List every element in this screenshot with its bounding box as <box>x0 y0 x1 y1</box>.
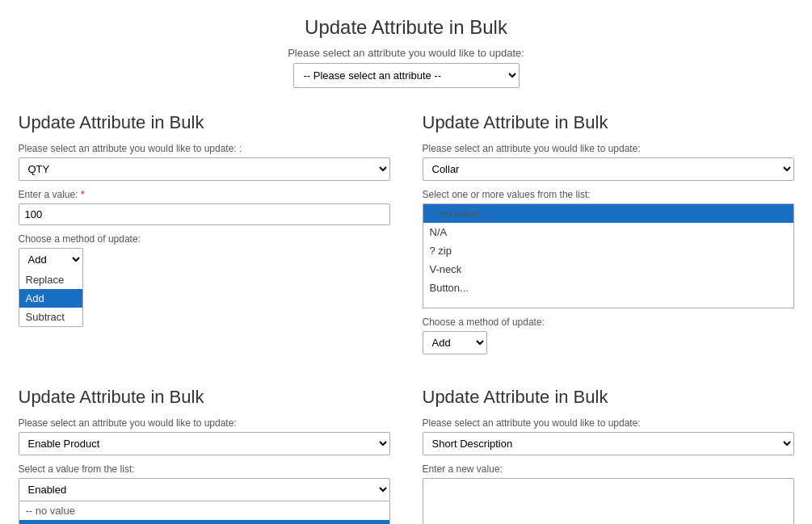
panel-enable-list-label: Select a value from the list: <box>19 463 390 475</box>
enable-list-enabled[interactable]: Enabled <box>19 520 389 524</box>
panel-qty-value-input[interactable] <box>19 203 390 225</box>
collar-list-button[interactable]: Button... <box>423 279 793 297</box>
panel-qty-attr-select[interactable]: QTY <box>19 157 390 181</box>
panel-short-desc-value-label: Enter a new value: <box>423 463 794 475</box>
panel-enable-title: Update Attribute in Bulk <box>19 387 390 408</box>
panel-collar-attr-select[interactable]: Collar <box>423 157 794 181</box>
panel-enable-attr-label: Please select an attribute you would lik… <box>19 417 390 429</box>
panel-short-desc: Update Attribute in Bulk Please select a… <box>423 387 794 524</box>
panel-qty-method-select[interactable]: Add <box>19 248 83 270</box>
collar-list-zip[interactable]: ? zip <box>423 241 793 260</box>
top-attr-label: Please select an attribute you would lik… <box>16 47 796 59</box>
panel-qty: Update Attribute in Bulk Please select a… <box>19 112 390 363</box>
method-option-replace[interactable]: Replace <box>19 270 82 289</box>
panel-enable-attr-select[interactable]: Enable Product <box>19 432 390 455</box>
collar-list-na[interactable]: N/A <box>423 223 793 241</box>
panel-qty-value-label: Enter a value: * <box>19 189 390 200</box>
panel-qty-title: Update Attribute in Bulk <box>19 112 390 133</box>
collar-list-vneck[interactable]: V-neck <box>423 260 793 279</box>
panel-collar-method-label: Choose a method of update: <box>423 316 794 328</box>
panels-grid: Update Attribute in Bulk Please select a… <box>19 112 794 524</box>
page-title: Update Attribute in Bulk <box>16 16 796 39</box>
panel-short-desc-title: Update Attribute in Bulk <box>423 387 794 408</box>
panel-short-desc-textarea[interactable] <box>423 478 794 524</box>
panel-qty-method-options: Replace Add Subtract <box>19 270 83 327</box>
panel-enable-visible-list[interactable]: -- no value Enabled Disabled <box>19 501 390 524</box>
panel-collar-multi-list[interactable]: -- no value N/A ? zip V-neck Button... <box>423 203 794 308</box>
panel-enable-value-select[interactable]: Enabled <box>19 478 390 501</box>
panel-collar: Update Attribute in Bulk Please select a… <box>423 112 794 363</box>
method-option-subtract[interactable]: Subtract <box>19 308 82 326</box>
panel-qty-attr-label: Please select an attribute you would lik… <box>19 143 390 154</box>
panel-collar-title: Update Attribute in Bulk <box>423 112 794 133</box>
panel-qty-method-dropdown: Add Replace Add Subtract <box>19 248 83 327</box>
panel-collar-attr-label: Please select an attribute you would lik… <box>423 143 794 154</box>
panel-enable-dropdown-container: Enabled -- no value Enabled Disabled <box>19 478 390 524</box>
panel-collar-list-label: Select one or more values from the list: <box>423 189 794 200</box>
enable-list-no-value[interactable]: -- no value <box>19 501 389 520</box>
panel-short-desc-attr-label: Please select an attribute you would lik… <box>423 417 794 429</box>
panel-collar-method-select[interactable]: Add <box>423 331 487 354</box>
top-attribute-select[interactable]: -- Please select an attribute -- <box>293 63 520 88</box>
method-option-add[interactable]: Add <box>19 289 82 308</box>
panel-enable: Update Attribute in Bulk Please select a… <box>19 387 390 524</box>
top-section: Update Attribute in Bulk Please select a… <box>16 16 796 88</box>
panel-qty-method-label: Choose a method of update: <box>19 233 390 245</box>
panel-short-desc-attr-select[interactable]: Short Description <box>423 432 794 455</box>
collar-list-no-value[interactable]: -- no value <box>423 204 793 223</box>
